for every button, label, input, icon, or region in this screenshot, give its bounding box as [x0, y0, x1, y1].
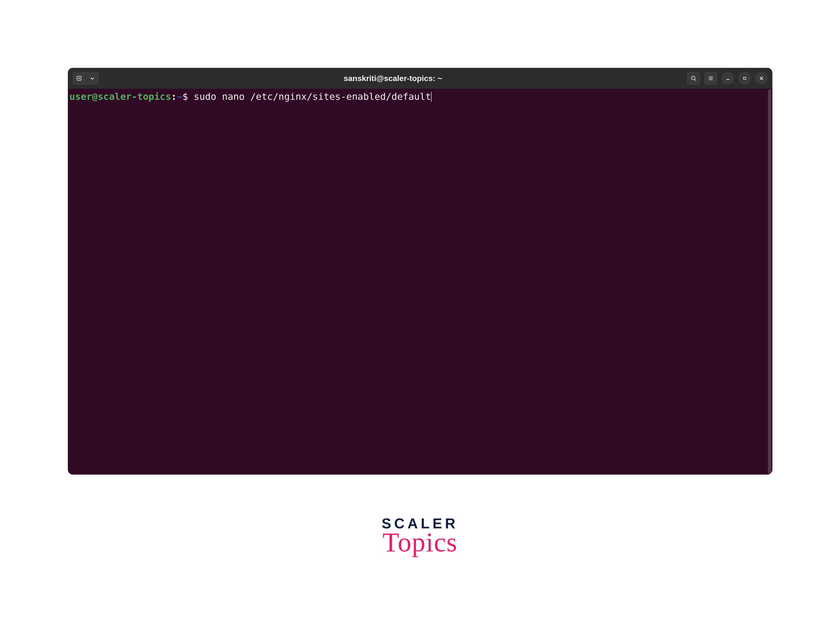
search-icon — [690, 75, 697, 82]
titlebar-left-controls — [73, 72, 99, 85]
window-title: sanskriti@scaler-topics: ~ — [102, 74, 684, 83]
hamburger-menu-button[interactable] — [704, 72, 717, 85]
svg-line-4 — [695, 79, 696, 80]
terminal-window: sanskriti@scaler-topics: ~ — [68, 68, 772, 474]
svg-rect-9 — [743, 77, 746, 79]
new-tab-dropdown-button[interactable] — [86, 72, 99, 85]
prompt-line: user@scaler-topics:~$ sudo nano /etc/ngi… — [70, 91, 771, 103]
hamburger-icon — [707, 75, 714, 82]
text-cursor — [431, 92, 431, 102]
prompt-colon: : — [171, 91, 177, 103]
close-icon — [758, 75, 765, 82]
titlebar-right-controls — [687, 72, 768, 85]
scaler-topics-logo: SCALER Topics — [381, 515, 458, 558]
maximize-button[interactable] — [738, 72, 751, 85]
terminal-body[interactable]: user@scaler-topics:~$ sudo nano /etc/ngi… — [68, 89, 772, 474]
minimize-button[interactable] — [722, 72, 734, 85]
svg-point-3 — [692, 76, 695, 80]
prompt-path: ~ — [177, 91, 183, 103]
chevron-down-icon — [89, 75, 96, 82]
search-button[interactable] — [687, 72, 700, 85]
minimize-icon — [724, 75, 731, 82]
new-tab-button-group — [73, 72, 99, 85]
prompt-symbol: $ — [183, 91, 188, 103]
scrollbar-thumb[interactable] — [768, 89, 771, 474]
maximize-icon — [741, 75, 748, 82]
titlebar: sanskriti@scaler-topics: ~ — [68, 68, 772, 89]
new-tab-button[interactable] — [73, 72, 86, 85]
logo-text-bottom: Topics — [381, 527, 458, 558]
prompt-user: user@scaler-topics — [70, 91, 171, 103]
new-tab-icon — [76, 75, 82, 82]
close-button[interactable] — [755, 72, 768, 85]
scrollbar-track[interactable] — [768, 89, 771, 474]
command-input: sudo nano /etc/nginx/sites-enabled/defau… — [188, 91, 431, 103]
